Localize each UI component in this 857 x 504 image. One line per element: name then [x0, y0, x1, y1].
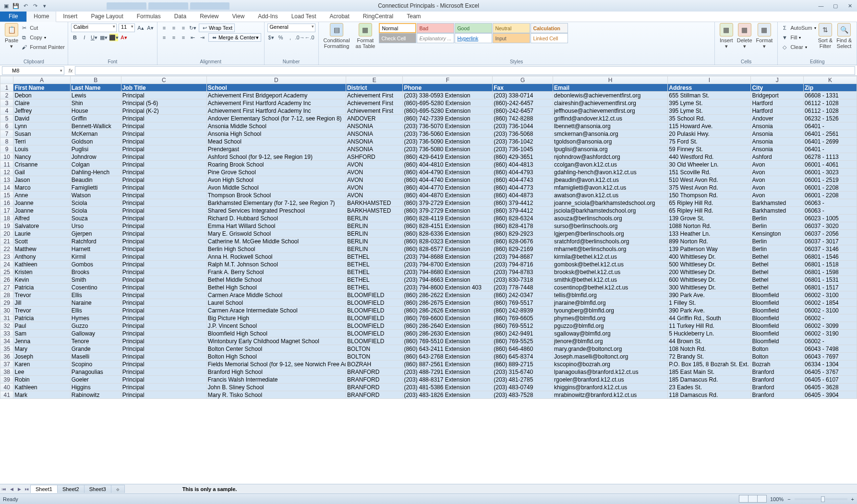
cell[interactable]: 115 Howard Ave.: [668, 122, 751, 130]
cell[interactable]: BETHEL: [346, 253, 403, 261]
cell[interactable]: 118 Damascus Rd.: [668, 391, 751, 399]
align-center-icon[interactable]: ≡: [170, 34, 178, 41]
cell[interactable]: (860) 242-0347: [493, 291, 553, 299]
cell[interactable]: Principal: [121, 276, 206, 284]
row-header[interactable]: 8: [0, 138, 13, 145]
row-header[interactable]: 16: [0, 199, 13, 207]
row-header[interactable]: 41: [0, 391, 13, 399]
cell[interactable]: Ratchford: [70, 238, 121, 245]
shrink-font-icon[interactable]: A▾: [146, 24, 154, 32]
cell[interactable]: (203) 488-8317 Extension: [403, 376, 493, 384]
cell[interactable]: Tenore: [70, 337, 121, 345]
cell[interactable]: 06002 - 3190: [804, 330, 857, 337]
cell[interactable]: (203) 778-7448: [493, 284, 553, 291]
cell[interactable]: Bethel: [751, 261, 804, 268]
row-header[interactable]: 26: [0, 276, 13, 284]
cell[interactable]: Principal (5-6): [121, 99, 206, 107]
cell[interactable]: 440 Westford Rd.: [668, 153, 751, 161]
cell[interactable]: (860) 646-4860: [493, 345, 553, 353]
cell[interactable]: (860) 404-4743: [493, 176, 553, 184]
cell[interactable]: Principal: [121, 368, 206, 376]
cell[interactable]: Principal: [121, 291, 206, 299]
cell[interactable]: BOLTON: [346, 345, 403, 353]
cell[interactable]: ANDOVER: [346, 115, 403, 122]
cell[interactable]: Branford: [751, 376, 804, 384]
cell[interactable]: (860) 645-8374: [493, 353, 553, 360]
row-header[interactable]: 24: [0, 261, 13, 268]
cell[interactable]: Fields Memorial School (for 9-12, see No…: [206, 360, 346, 368]
cell[interactable]: Nancy: [13, 153, 70, 161]
cell[interactable]: BRANFORD: [346, 376, 403, 384]
cell[interactable]: jbeaudin@avon.k12.ct.us: [553, 176, 668, 184]
cell[interactable]: Crisanne: [13, 161, 70, 168]
fx-icon[interactable]: fx: [66, 68, 75, 73]
zoom-out-icon[interactable]: −: [787, 496, 790, 502]
cell[interactable]: Jason: [13, 176, 70, 184]
cell[interactable]: Achievement First: [346, 92, 403, 99]
cell[interactable]: Avon: [751, 161, 804, 168]
cell[interactable]: 06405 - 3767: [804, 368, 857, 376]
header-cell[interactable]: Zip: [804, 84, 857, 92]
cell[interactable]: 1 Filley St.: [668, 299, 751, 307]
cell[interactable]: (860)-695-5280 Extension: [403, 107, 493, 115]
cell[interactable]: lpuglisi@ansonia.org: [553, 145, 668, 153]
tab-home[interactable]: Home: [26, 11, 56, 22]
cell[interactable]: Rabinowitz: [70, 391, 121, 399]
cell[interactable]: Trevor: [13, 307, 70, 314]
bold-button[interactable]: B: [71, 34, 79, 41]
cell[interactable]: joanne_sciola@barkhamstedschool.org: [553, 199, 668, 207]
row-header[interactable]: 11: [0, 161, 13, 168]
cell[interactable]: AVON: [346, 161, 403, 168]
underline-button[interactable]: U▾: [90, 34, 98, 41]
cell[interactable]: Ansonia Middle School: [206, 122, 346, 130]
row-header[interactable]: 5: [0, 115, 13, 122]
insert-button[interactable]: ▦Insert▾: [718, 23, 735, 49]
cell[interactable]: (203) 736-5090 Extension: [403, 138, 493, 145]
cell[interactable]: BERLIN: [346, 215, 403, 222]
cell[interactable]: Principal: [121, 284, 206, 291]
cell[interactable]: 59 Finney St.: [668, 145, 751, 153]
border-button[interactable]: ▦▾: [100, 34, 108, 41]
row-header[interactable]: 40: [0, 384, 13, 391]
cell[interactable]: John B. Sliney School: [206, 384, 346, 391]
cell[interactable]: sgalloway@blmfld.org: [553, 330, 668, 337]
cell[interactable]: jsciola@barkhamstedschool.org: [553, 207, 668, 215]
cell[interactable]: Harnett: [70, 245, 121, 253]
cell[interactable]: Principal: [121, 337, 206, 345]
cell[interactable]: Terri: [13, 138, 70, 145]
cell[interactable]: Gail: [13, 168, 70, 176]
cell[interactable]: 65 Ripley Hill Rd.: [668, 207, 751, 215]
align-right-icon[interactable]: ≡: [180, 34, 187, 41]
row-header[interactable]: 39: [0, 376, 13, 384]
cell[interactable]: ccolgan@avon.k12.ct.us: [553, 161, 668, 168]
background-window-tab[interactable]: [148, 2, 188, 10]
cell[interactable]: (860) 429-3651: [493, 153, 553, 161]
cell[interactable]: 06037 - 3020: [804, 222, 857, 230]
wrap-text-button[interactable]: ↩Wrap Text: [199, 24, 235, 32]
cell[interactable]: (203) 736-1045: [493, 145, 553, 153]
cell[interactable]: (203) 338-0714: [493, 92, 553, 99]
cell[interactable]: Debon: [13, 92, 70, 99]
cell[interactable]: Branford: [751, 391, 804, 399]
currency-icon[interactable]: $▾: [267, 34, 275, 41]
cell[interactable]: (860) 643-2411 Extension: [403, 345, 493, 353]
style-explanatory[interactable]: Explanatory ...: [417, 33, 454, 43]
cell[interactable]: surso@berlinschools.org: [553, 222, 668, 230]
style-good[interactable]: Good: [455, 23, 492, 33]
cell[interactable]: Susan: [13, 130, 70, 138]
cell[interactable]: BETHEL: [346, 268, 403, 276]
cell[interactable]: BLOOMFIELD: [346, 299, 403, 307]
orientation-icon[interactable]: ↻▾: [189, 24, 197, 32]
cell[interactable]: awatson@avon.k12.ct.us: [553, 192, 668, 199]
cell[interactable]: 06401 -: [804, 145, 857, 153]
cell[interactable]: Principal: [121, 322, 206, 330]
cell[interactable]: Anne: [13, 192, 70, 199]
cell[interactable]: Bolton: [751, 353, 804, 360]
cell[interactable]: Laurie: [13, 230, 70, 238]
cell[interactable]: Bolton High School: [206, 353, 346, 360]
cell[interactable]: (860) 769-6600 Extension: [403, 314, 493, 322]
cell[interactable]: Bethel: [751, 284, 804, 291]
tab-data[interactable]: Data: [168, 11, 193, 22]
cell[interactable]: phymes@blmfld.org: [553, 314, 668, 322]
cell[interactable]: Gjerpen: [70, 230, 121, 238]
